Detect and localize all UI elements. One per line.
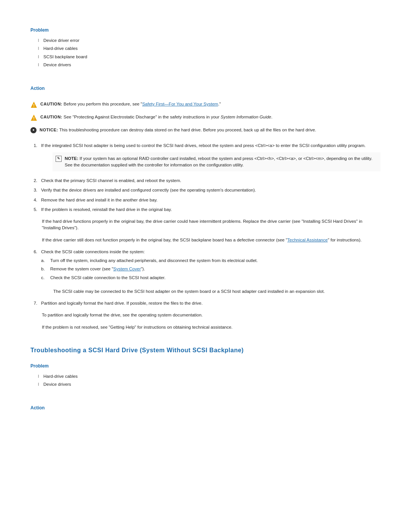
caution-text-2: CAUTION: See "Protecting Against Electro…: [40, 114, 272, 120]
problem-label-2: Problem: [30, 363, 381, 369]
caution-italic-2: System Information Guide: [221, 115, 271, 119]
substep-6c: c. Check the SCSI cable connection to th…: [41, 275, 258, 281]
step-num-6: 6.: [30, 249, 37, 283]
svg-text:!: !: [33, 103, 35, 108]
para-2: If the drive carrier still does not func…: [30, 237, 381, 243]
step-num-3: 3.: [30, 187, 37, 193]
step-text-2: Check that the primary SCSI channel is e…: [41, 177, 181, 184]
step-text-4: Remove the hard drive and install it in …: [41, 197, 158, 203]
step-content-6: Check the SCSI cable connections inside …: [41, 249, 258, 283]
notice-prefix-1: NOTICE:: [40, 128, 58, 132]
substep-list-6: a. Turn off the system, including any at…: [41, 257, 258, 281]
list-item: Device drivers: [38, 62, 381, 68]
step-text-7: Partition and logically format the hard …: [41, 300, 202, 307]
step-text-1: If the integrated SCSI host adapter is b…: [41, 143, 366, 148]
substep-text-6a: Turn off the system, including any attac…: [50, 257, 258, 264]
section-title: Troubleshooting a SCSI Hard Drive (Syste…: [30, 346, 381, 355]
notice-body-1: This troubleshooting procedure can destr…: [59, 128, 316, 132]
problem-section-1: Problem Device driver error Hard-drive c…: [30, 27, 381, 68]
para-3: The SCSI cable may be connected to the S…: [30, 288, 381, 295]
substep-text-6c: Check the SCSI cable connection to the S…: [50, 275, 166, 281]
substep-label-6a: a.: [41, 257, 47, 264]
para2-suffix: " for instructions).: [328, 238, 362, 242]
step-num-4: 4.: [30, 197, 37, 203]
caution-suffix-2: .: [271, 115, 272, 119]
caution-icon-1: !: [30, 101, 37, 110]
step-2: 2. Check that the primary SCSI channel i…: [30, 177, 381, 184]
step-7: 7. Partition and logically format the ha…: [30, 300, 381, 307]
para-5: If the problem is not resolved, see "Get…: [30, 324, 381, 331]
step-num-5: 5.: [30, 206, 37, 213]
step-3: 3. Verify that the device drivers are in…: [30, 187, 381, 193]
list-item: Hard-drive cables: [38, 373, 381, 380]
step-list-1: 1. If the integrated SCSI host adapter i…: [30, 142, 381, 213]
note-body-1: If your system has an optional RAID cont…: [65, 156, 372, 167]
caution-body-1: Before you perform this procedure, see ": [64, 102, 142, 106]
technical-assistance-link[interactable]: Technical Assistance: [287, 238, 328, 242]
notice-icon-1: ●: [30, 127, 37, 133]
svg-text:!: !: [33, 116, 35, 121]
substep-6b-text: Remove the system cover (see ": [50, 267, 113, 271]
note-box-1: ✎ NOTE: If your system has an optional R…: [53, 152, 381, 172]
step-1: 1. If the integrated SCSI host adapter i…: [30, 142, 381, 174]
caution-prefix-1: CAUTION:: [40, 102, 62, 106]
substep-6b: b. Remove the system cover (see "System …: [41, 266, 258, 272]
caution-block-1: ! CAUTION: Before you perform this proce…: [30, 101, 381, 110]
step-list-2: 6. Check the SCSI cable connections insi…: [30, 249, 381, 283]
caution-suffix-1: .": [218, 102, 221, 106]
problem-label-1: Problem: [30, 27, 381, 34]
step-list-3: 7. Partition and logically format the ha…: [30, 300, 381, 307]
problem-list-2: Hard-drive cables Device drivers: [30, 373, 381, 388]
caution-body-2: See "Protecting Against Electrostatic Di…: [64, 115, 221, 119]
caution-text-1: CAUTION: Before you perform this procedu…: [40, 101, 221, 107]
note-icon-1: ✎: [56, 156, 62, 162]
step-num-1: 1.: [30, 142, 37, 174]
safety-first-link[interactable]: Safety First—For You and Your System: [142, 102, 218, 106]
problem-section-2: Problem Hard-drive cables Device drivers: [30, 363, 381, 388]
step-5: 5. If the problem is resolved, reinstall…: [30, 206, 381, 213]
step-content-1: If the integrated SCSI host adapter is b…: [41, 142, 381, 174]
list-item: Device driver error: [38, 37, 381, 44]
list-item: SCSI backplane board: [38, 54, 381, 60]
substep-label-6c: c.: [41, 275, 47, 281]
problem-list-1: Device driver error Hard-drive cables SC…: [30, 37, 381, 68]
step-4: 4. Remove the hard drive and install it …: [30, 197, 381, 203]
para-4: To partition and logically format the dr…: [30, 312, 381, 318]
step-num-7: 7.: [30, 300, 37, 307]
step-num-2: 2.: [30, 177, 37, 184]
caution-prefix-2: CAUTION:: [40, 115, 62, 119]
caution-block-2: ! CAUTION: See "Protecting Against Elect…: [30, 114, 381, 123]
caution-icon-2: !: [30, 114, 37, 123]
step-text-3: Verify that the device drivers are insta…: [41, 187, 256, 193]
substep-label-6b: b.: [41, 266, 47, 272]
action-label-2: Action: [30, 404, 381, 411]
notice-block-1: ● NOTICE: This troubleshooting procedure…: [30, 127, 381, 133]
notice-text-1: NOTICE: This troubleshooting procedure c…: [40, 127, 316, 133]
substep-6a: a. Turn off the system, including any at…: [41, 257, 258, 264]
list-item: Device drivers: [38, 381, 381, 388]
system-cover-link[interactable]: System Cover: [113, 267, 141, 271]
action-label-1: Action: [30, 85, 381, 92]
step-text-5: If the problem is resolved, reinstall th…: [41, 206, 172, 213]
step-text-6: Check the SCSI cable connections inside …: [41, 249, 145, 254]
action-section-1: Action ! CAUTION: Before you perform thi…: [30, 85, 381, 331]
note-text-1: NOTE: If your system has an optional RAI…: [65, 155, 376, 169]
para-1: If the hard drive functions properly in …: [30, 218, 381, 232]
note-prefix-1: NOTE:: [65, 156, 78, 161]
substep-text-6b: Remove the system cover (see "System Cov…: [50, 266, 145, 272]
step-6: 6. Check the SCSI cable connections insi…: [30, 249, 381, 283]
action-section-2: Action: [30, 404, 381, 411]
para2-text: If the drive carrier still does not func…: [42, 238, 287, 242]
list-item: Hard-drive cables: [38, 45, 381, 52]
